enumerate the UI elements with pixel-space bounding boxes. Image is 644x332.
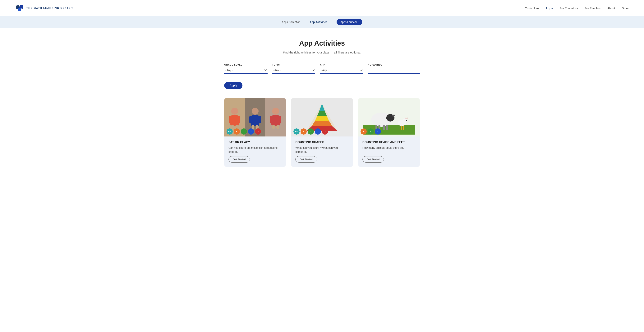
card-body: COUNTING HEADS AND FEET How many animals… (358, 136, 420, 167)
nav-apps[interactable]: Apps (546, 6, 553, 10)
badge-2: 2 (315, 128, 321, 134)
subnav-apps-launcher[interactable]: Apps Launcher (336, 19, 362, 25)
app-filter: APP - Any - (320, 64, 363, 74)
nav-about[interactable]: About (608, 6, 615, 10)
card-title: COUNTING HEADS AND FEET (362, 140, 416, 144)
badge-pk: PK (294, 128, 300, 134)
apply-button[interactable]: Apply (224, 82, 242, 89)
activity-cards: PK K 1 2 3 PAT OR CLAP? Can you figure o… (224, 98, 420, 167)
svg-point-3 (231, 108, 238, 115)
chevron-down-icon (264, 70, 267, 71)
get-started-button[interactable]: Get Started (228, 156, 250, 162)
card-image-pat-or-clap: PK K 1 2 3 (224, 98, 286, 136)
card-counting-heads-feet: K 1 2 COUNTING HEADS AND FEET How many a… (358, 98, 420, 167)
svg-rect-10 (251, 116, 259, 126)
svg-rect-14 (256, 125, 258, 129)
card-body: PAT OR CLAP? Can you figure out motions … (224, 136, 286, 167)
svg-marker-37 (406, 117, 408, 118)
main-nav: Curriculum Apps For Educators For Famili… (525, 6, 629, 10)
svg-marker-23 (312, 121, 332, 126)
topic-select[interactable]: - Any - (272, 68, 316, 74)
grade-level-value: - Any - (225, 68, 233, 72)
card-description: Can you figure out motions in a repeatin… (228, 146, 282, 154)
app-value: - Any - (321, 68, 328, 72)
grade-level-label: GRADE LEVEL (224, 64, 268, 66)
page-title: App Activities (224, 39, 420, 47)
svg-point-9 (252, 108, 258, 115)
badge-3: 3 (255, 128, 261, 134)
svg-rect-5 (229, 116, 231, 124)
svg-marker-24 (315, 116, 329, 121)
badge-2: 2 (375, 128, 381, 134)
logo[interactable]: The MATH LEARNING CENTER (15, 4, 73, 13)
nav-curriculum[interactable]: Curriculum (525, 6, 539, 10)
card-image-counting-heads: K 1 2 (358, 98, 420, 136)
svg-rect-40 (401, 126, 402, 130)
badge-k: K (360, 128, 367, 134)
card-badges: K 1 2 (360, 128, 381, 134)
svg-rect-2 (18, 8, 21, 11)
sub-navigation: Apps Collection App Activities Apps Laun… (0, 16, 644, 28)
topic-filter: TOPIC - Any - (272, 64, 316, 74)
svg-rect-6 (238, 116, 240, 124)
svg-rect-8 (235, 125, 238, 129)
svg-point-15 (272, 108, 279, 115)
svg-rect-33 (383, 125, 385, 130)
nav-store[interactable]: Store (622, 6, 629, 10)
badge-k: K (234, 128, 240, 134)
person-icon (227, 106, 242, 129)
svg-rect-11 (249, 116, 252, 124)
svg-rect-34 (386, 125, 388, 130)
svg-rect-20 (276, 125, 279, 129)
svg-point-39 (406, 120, 407, 121)
site-header: The MATH LEARNING CENTER Curriculum Apps… (0, 0, 644, 16)
card-badges: PK K 1 2 3 (226, 128, 261, 134)
nav-for-educators[interactable]: For Educators (560, 6, 578, 10)
card-image-counting-shapes: PK K 1 2 3 (291, 98, 353, 136)
badge-2: 2 (248, 128, 254, 134)
filters-section: GRADE LEVEL - Any - TOPIC - Any - APP - … (224, 64, 420, 74)
card-badges: PK K 1 2 3 (294, 128, 328, 134)
main-content: App Activities Find the right activities… (220, 28, 424, 174)
chevron-down-icon (360, 70, 362, 71)
badge-pk: PK (226, 128, 233, 134)
topic-value: - Any - (273, 68, 280, 72)
badge-3: 3 (322, 128, 328, 134)
svg-rect-41 (403, 126, 404, 130)
badge-1: 1 (368, 128, 374, 134)
svg-rect-13 (252, 125, 254, 129)
card-body: COUNTING SHAPES What can you count? What… (291, 136, 353, 167)
get-started-button[interactable]: Get Started (295, 156, 317, 162)
svg-rect-18 (279, 116, 281, 124)
svg-rect-7 (231, 125, 234, 129)
app-label: APP (320, 64, 363, 66)
svg-rect-17 (270, 116, 272, 124)
keywords-input[interactable] (368, 68, 420, 74)
person-icon (268, 106, 283, 129)
badge-k: K (300, 128, 307, 134)
chevron-down-icon (312, 70, 314, 71)
badge-1: 1 (241, 128, 247, 134)
keywords-label: KEYWORDS (368, 64, 420, 66)
svg-rect-4 (230, 116, 239, 126)
person-icon (248, 106, 263, 129)
card-description: How many animals could there be? (362, 146, 416, 154)
badge-1: 1 (308, 128, 314, 134)
app-select[interactable]: - Any - (320, 68, 363, 74)
nav-for-families[interactable]: For Families (584, 6, 600, 10)
page-subtitle: Find the right activities for your class… (224, 51, 420, 54)
grade-level-select[interactable]: - Any - (224, 68, 268, 74)
card-counting-shapes: PK K 1 2 3 COUNTING SHAPES What can you … (291, 98, 353, 167)
card-description: What can you count? What can you compare… (295, 146, 348, 154)
keywords-filter: KEYWORDS (368, 64, 420, 74)
card-title: PAT OR CLAP? (228, 140, 282, 144)
get-started-button[interactable]: Get Started (362, 156, 384, 162)
svg-point-36 (403, 118, 408, 123)
topic-label: TOPIC (272, 64, 316, 66)
logo-icon (15, 4, 24, 13)
card-pat-or-clap: PK K 1 2 3 PAT OR CLAP? Can you figure o… (224, 98, 286, 167)
subnav-apps-collection[interactable]: Apps Collection (282, 20, 300, 24)
triangle-chart-icon (305, 102, 339, 133)
svg-rect-19 (272, 125, 275, 129)
subnav-app-activities[interactable]: App Activities (310, 20, 327, 24)
